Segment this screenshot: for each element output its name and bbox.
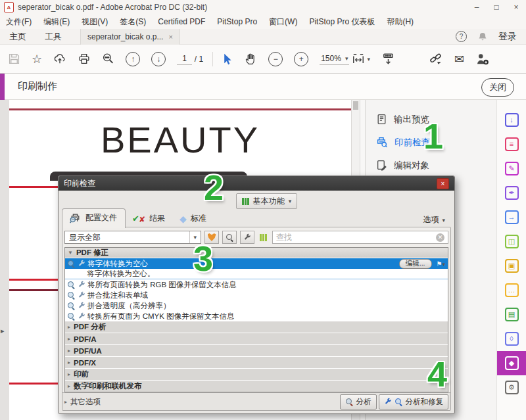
menu-item[interactable]: 签名(S) — [114, 14, 152, 29]
protect-tool[interactable]: ◊ — [497, 327, 526, 351]
copy-pages-icon: ▣ — [505, 259, 519, 273]
search-input[interactable]: 查找 ✕ — [272, 231, 448, 244]
email-icon[interactable]: ✉ — [454, 53, 464, 65]
organize-pages-tool[interactable]: ≡ — [497, 132, 526, 156]
analyze-icon-button[interactable] — [222, 231, 237, 244]
analyze-and-fix-button[interactable]: 分析和修复 — [379, 394, 449, 409]
edit-profile-button[interactable]: 编辑... — [399, 259, 432, 269]
collapsed-section-row[interactable]: ▸ PDF/X — [65, 357, 448, 369]
collapsed-section-row[interactable]: ▸ PDF/A — [65, 333, 448, 345]
collapsed-triangle-icon: ▸ — [68, 336, 70, 342]
wrench-icon — [78, 291, 85, 299]
share-link-icon[interactable] — [429, 53, 443, 65]
next-page-icon[interactable]: ↓ — [151, 52, 166, 66]
section-label: PDF 修正 — [76, 248, 108, 258]
close-tool-button[interactable]: 关闭 — [481, 78, 514, 97]
favorites-bars-icon[interactable] — [260, 234, 267, 241]
zoom-in-icon[interactable]: + — [294, 52, 308, 66]
select-tool-icon[interactable] — [222, 53, 233, 65]
bell-icon[interactable] — [477, 32, 488, 42]
tab-results[interactable]: ✔✘ 结果 — [126, 209, 173, 227]
collapsed-triangle-icon: ▸ — [68, 324, 70, 330]
main-toolbar: ☆ ↑ ↓ 1 / 1 − + 150% ✉ — [0, 45, 526, 74]
analyze-magnifier-icon — [345, 398, 354, 406]
maximize-button[interactable]: □ — [487, 0, 506, 14]
help-icon[interactable]: ? — [456, 31, 467, 42]
zoom-out-icon[interactable]: − — [268, 52, 283, 66]
menu-item[interactable]: 视图(V) — [76, 14, 114, 29]
profile-row[interactable]: 转换所有页面为 CMYK 图像并保留文本信息 — [65, 311, 448, 321]
collapsed-section-row[interactable]: ▸ PDF/UA — [65, 345, 448, 357]
panel-item-edit-object[interactable]: 编辑对象 — [366, 154, 496, 177]
share-cloud-icon[interactable] — [53, 53, 66, 65]
share-with-people-icon[interactable] — [475, 53, 489, 65]
library-dropdown-button[interactable]: 基本功能 — [236, 193, 297, 209]
tab-label: 配置文件 — [85, 212, 117, 223]
crop-pages-tool[interactable]: ◫ — [497, 229, 526, 254]
search-icon[interactable] — [102, 53, 114, 65]
tab-home[interactable]: 主页 — [0, 29, 36, 45]
menu-item[interactable]: 帮助(H) — [381, 14, 419, 29]
left-panel-toggle-icon[interactable]: ▸ — [1, 327, 5, 335]
zoom-level-dropdown[interactable]: 150% — [320, 53, 349, 65]
step-annotation-4: 4 — [427, 356, 447, 392]
profile-row[interactable]: 拼合批注和表单域 — [65, 290, 448, 300]
tab-tools[interactable]: 工具 — [36, 29, 71, 45]
current-tool-tool[interactable]: ◆ — [497, 351, 526, 375]
hand-tool-icon[interactable] — [245, 53, 257, 65]
doc-tab-close-icon[interactable]: × — [168, 33, 172, 41]
save-icon[interactable] — [8, 53, 20, 65]
page-number-input[interactable]: 1 — [177, 53, 192, 65]
tab-document[interactable]: seperator_bicak o.p... × — [80, 29, 180, 45]
sign-in-button[interactable]: 登录 — [498, 31, 517, 43]
fit-width-dropdown[interactable] — [352, 53, 370, 65]
page-scrolling-icon[interactable] — [381, 53, 395, 65]
selected-profile-row[interactable]: 将字体转换为空心 编辑... ⚑ — [65, 258, 448, 269]
fill-and-sign-tool[interactable]: ✒ — [497, 181, 526, 205]
copy-pages-tool[interactable]: ▣ — [497, 254, 526, 278]
profiles-tab-icon — [69, 213, 82, 223]
menu-item[interactable]: PitStop Pro — [211, 14, 263, 29]
analyze-button[interactable]: 分析 — [340, 394, 377, 409]
menu-item[interactable]: 编辑(E) — [37, 14, 76, 29]
profile-row-label: 将所有页面转换为 RGB 图像并保留文本信息 — [87, 280, 237, 290]
send-for-review-tool[interactable]: → — [497, 205, 526, 229]
collapsed-section-row[interactable]: ▸ 印前 — [65, 369, 448, 381]
previous-page-icon[interactable]: ↑ — [126, 52, 140, 66]
comment-tool[interactable]: … — [497, 278, 526, 302]
dialog-close-icon[interactable]: × — [437, 178, 449, 189]
document-headline: BEAUTY — [9, 118, 351, 161]
profiles-tab-panel: 显示全部 查找 ✕ ▼ PDF 修正 将字体转换为空心 — [62, 227, 451, 411]
menu-item[interactable]: 文件(F) — [0, 14, 37, 29]
options-label: 选项 — [423, 214, 439, 225]
other-options-toggle[interactable]: ▸ 其它选项 — [64, 397, 101, 407]
menu-item[interactable]: 窗口(W) — [263, 14, 303, 29]
show-all-dropdown[interactable]: 显示全部 — [64, 231, 201, 244]
profile-row[interactable]: 将所有页面转换为 RGB 图像并保留文本信息 — [65, 279, 448, 290]
profile-row[interactable]: 拼合透明度（高分辨率） — [65, 300, 448, 311]
print-icon[interactable] — [78, 53, 91, 65]
menu-item[interactable]: Certified PDF — [152, 14, 211, 29]
star-icon[interactable]: ☆ — [32, 53, 42, 65]
scrollbar-thumb[interactable] — [353, 101, 358, 110]
fixup-icon-button[interactable] — [240, 231, 254, 244]
add-tools-tool[interactable]: ⚙ — [497, 375, 526, 400]
clear-search-icon[interactable]: ✕ — [436, 233, 444, 242]
print-production-tool[interactable]: ▤ — [497, 302, 526, 327]
menu-item[interactable]: PitStop Pro 仪表板 — [303, 14, 381, 29]
collapsed-section-row[interactable]: ▸ PDF 分析 — [65, 321, 448, 333]
collapsed-section-row[interactable]: ▸ 数字印刷和联机发布 — [65, 381, 448, 392]
export-pdf-tool[interactable]: ↓ — [497, 108, 526, 132]
edit-pdf-tool[interactable]: ✎ — [497, 156, 526, 181]
tab-profiles[interactable]: 配置文件 — [62, 208, 126, 228]
analyze-fix-label: 分析和修复 — [406, 397, 444, 407]
library-dropdown-label: 基本功能 — [253, 196, 285, 207]
options-dropdown[interactable]: 选项 — [423, 214, 445, 225]
dialog-titlebar[interactable]: 印前检查 × — [59, 176, 454, 191]
section-label: PDF/X — [74, 359, 96, 367]
section-pdf-fixups[interactable]: ▼ PDF 修正 — [65, 248, 448, 258]
flag-icon[interactable]: ⚑ — [437, 260, 446, 268]
tab-standards[interactable]: ◆ 标准 — [173, 210, 214, 227]
minimize-button[interactable]: – — [467, 0, 487, 14]
close-window-button[interactable]: × — [506, 0, 526, 14]
